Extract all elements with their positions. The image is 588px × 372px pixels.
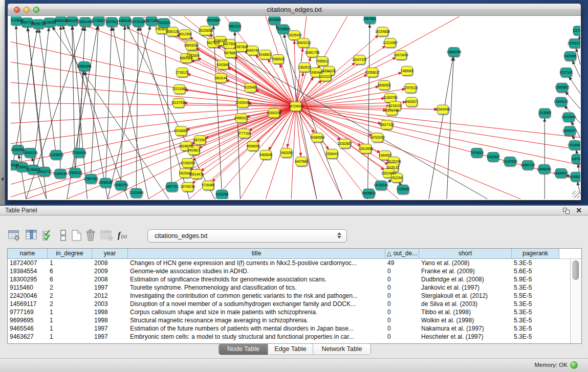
cell-title[interactable]: Changes of HCN gene expression and I(f) … [128, 259, 385, 267]
tab-node-table[interactable]: Node Table [219, 344, 268, 355]
cell-pagerank[interactable]: 5.3E-5 [512, 308, 559, 316]
cell-short[interactable]: de Silva et al. (2003) [419, 300, 512, 308]
table-row[interactable]: 946362711997Embryonic stem cells: a mode… [8, 333, 570, 341]
cell-in_degree[interactable]: 2 [48, 300, 92, 308]
graph-edge[interactable] [296, 72, 372, 106]
cell-pagerank[interactable]: 5.5E-5 [512, 292, 559, 300]
cell-short[interactable]: Wolkin et al. (1998) [419, 316, 512, 324]
table-row[interactable]: 977716911998Corpus callosum shape and si… [8, 308, 570, 316]
cell-pagerank[interactable]: 5.3E-5 [512, 259, 559, 267]
table-row[interactable]: 2242004622012Investigating the contribut… [8, 292, 570, 300]
select-visible-columns-button[interactable] [42, 229, 54, 242]
tab-network-table[interactable]: Network Table [313, 344, 371, 355]
cell-pagerank[interactable]: 5.3E-5 [512, 333, 559, 341]
cell-year[interactable]: 1998 [92, 316, 128, 324]
graph-edge[interactable] [296, 16, 307, 106]
cell-title[interactable]: Estimation of the future numbers of pati… [128, 324, 385, 333]
cell-out_degree[interactable]: 0 [385, 316, 419, 324]
cell-title[interactable]: Disruption of a novel member of a sodium… [128, 300, 385, 308]
cell-out_degree[interactable]: 0 [385, 333, 419, 341]
graph-edge[interactable] [296, 106, 301, 161]
cell-year[interactable]: 1997 [92, 333, 128, 341]
cell-year[interactable]: 2009 [92, 267, 128, 275]
graph-edge[interactable] [294, 35, 296, 106]
column-header-name[interactable]: name [8, 249, 48, 259]
cell-out_degree[interactable]: 0 [385, 324, 419, 333]
cell-name[interactable]: 9115460 [8, 283, 48, 292]
cell-name[interactable]: 18724007 [8, 259, 48, 267]
cell-short[interactable]: Nakamura et al. (1997) [419, 324, 512, 333]
cell-short[interactable]: Tibbo et al. (1998) [419, 308, 512, 316]
close-panel-icon[interactable]: ✕ [576, 206, 582, 214]
table-scrollbar-thumb[interactable] [573, 260, 579, 280]
cell-in_degree[interactable]: 6 [48, 275, 92, 283]
table-panel-header[interactable]: Table Panel ✕ [0, 205, 588, 215]
cell-in_degree[interactable]: 6 [48, 267, 92, 275]
graph-edge[interactable] [296, 106, 580, 165]
cell-out_degree[interactable]: 0 [385, 308, 419, 316]
table-row[interactable]: 1938455462009Genome-wide association stu… [8, 267, 570, 275]
graph-edge[interactable] [105, 22, 112, 183]
column-header-pagerank[interactable]: pagerank [512, 249, 559, 259]
table-row[interactable]: 946554611997Estimation of the future num… [8, 324, 570, 333]
cell-name[interactable]: 14569117 [8, 300, 48, 308]
cell-short[interactable]: Jankovic et al. (1997) [419, 283, 512, 292]
panel-collapse-arrow-icon[interactable] [1, 177, 4, 181]
cell-in_degree[interactable]: 2 [48, 283, 92, 292]
cell-pagerank[interactable]: 5.3E-5 [512, 316, 559, 324]
cell-out_degree[interactable]: 0 [385, 283, 419, 292]
column-header-year[interactable]: year [92, 249, 128, 259]
table-row[interactable]: 911546021997Tourette syndrome. Phenomeno… [8, 283, 570, 292]
column-header-in_degree[interactable]: in_degree [48, 249, 92, 259]
function-builder-button[interactable]: f (x) [117, 229, 132, 242]
graph-edge[interactable] [91, 21, 98, 179]
network-graph[interactable]: 1872400718300295193845541522605898275058… [11, 16, 580, 199]
cell-short[interactable]: Yano et al. (2008) [419, 259, 512, 267]
cell-in_degree[interactable]: 1 [48, 333, 92, 341]
table-body[interactable]: 1872400712008Changes of HCN gene express… [8, 259, 570, 343]
cell-title[interactable]: Estimation of significance thresholds fo… [128, 275, 385, 283]
cell-name[interactable]: 9777169 [8, 308, 48, 316]
graph-edge[interactable] [107, 21, 151, 199]
cell-out_degree[interactable]: 0 [385, 300, 419, 308]
cell-name[interactable]: 18300295 [8, 275, 48, 283]
cell-out_degree[interactable]: 0 [385, 292, 419, 300]
delete-column-button[interactable] [85, 229, 97, 242]
cell-in_degree[interactable]: 1 [48, 324, 92, 333]
column-header-title[interactable]: title [128, 249, 385, 259]
cell-year[interactable]: 1997 [92, 283, 128, 292]
cell-pagerank[interactable]: 5.3E-5 [512, 283, 559, 292]
table-row[interactable]: 1872400712008Changes of HCN gene express… [8, 259, 570, 267]
cell-pagerank[interactable]: 5.6E-5 [512, 267, 559, 275]
graph-edge[interactable] [136, 22, 138, 193]
graph-edge[interactable] [112, 22, 148, 199]
show-columns-button[interactable] [26, 229, 38, 242]
cell-pagerank[interactable]: 5.9E-5 [512, 275, 559, 283]
cell-out_degree[interactable]: 0 [385, 275, 419, 283]
cell-name[interactable]: 9699695 [8, 316, 48, 324]
cell-title[interactable]: Genome-wide association studies in ADHD. [128, 267, 385, 275]
table-row[interactable]: 1830029562008Estimation of significance … [8, 275, 570, 283]
memory-ok-indicator[interactable] [570, 361, 578, 369]
cell-year[interactable]: 2003 [92, 300, 128, 308]
cell-title[interactable]: Investigating the contribution of common… [128, 292, 385, 300]
table-mode-button[interactable] [8, 229, 20, 242]
table-row[interactable]: 969969511998Structural magnetic resonanc… [8, 316, 570, 324]
network-window-titlebar[interactable]: citations_edges.txt [8, 4, 581, 16]
cell-name[interactable]: 19384554 [8, 267, 48, 275]
cell-name[interactable]: 9465546 [8, 324, 48, 333]
cell-short[interactable]: Dudbridge et al. (2008) [419, 275, 512, 283]
cell-in_degree[interactable]: 1 [48, 259, 92, 267]
left-panel-collapsed-strip[interactable] [0, 0, 5, 205]
tab-edge-table[interactable]: Edge Table [268, 344, 313, 355]
column-header-out_degree[interactable]: △ out_de... [385, 249, 419, 259]
table-row[interactable]: 1456911722003Disruption of a novel membe… [8, 300, 570, 308]
cell-pagerank[interactable]: 5.3E-5 [512, 324, 559, 333]
network-canvas[interactable]: 1872400718300295193845541522605898275058… [11, 16, 580, 199]
cell-out_degree[interactable]: 49 [385, 259, 419, 267]
cell-year[interactable]: 2012 [92, 292, 128, 300]
cell-year[interactable]: 2008 [92, 259, 128, 267]
float-panel-icon[interactable] [563, 208, 570, 214]
window-resize-grip[interactable] [572, 191, 579, 198]
cell-short[interactable]: Franke et al. (2009) [419, 267, 512, 275]
